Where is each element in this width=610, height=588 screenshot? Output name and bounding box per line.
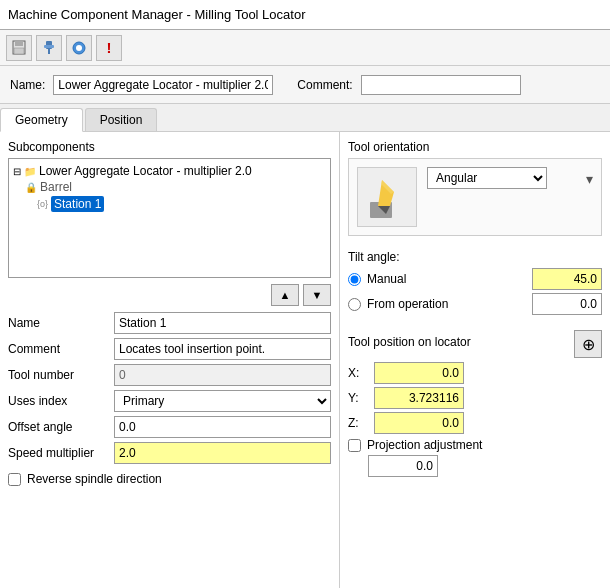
station-icon: {o}: [37, 199, 48, 209]
tool-orientation-section: Tool orientation: [348, 140, 602, 242]
reverse-spindle-row: Reverse spindle direction: [8, 472, 331, 486]
manual-tilt-input[interactable]: [532, 268, 602, 290]
component-button[interactable]: [66, 35, 92, 61]
speed-multiplier-input[interactable]: [114, 442, 331, 464]
save-button[interactable]: [6, 35, 32, 61]
tool-position-section: Tool position on locator ⊕ X: Y: Z: Proj…: [348, 330, 602, 477]
toolbar: !: [0, 30, 610, 66]
svg-point-7: [76, 45, 82, 51]
from-operation-radio-row: From operation: [348, 293, 602, 315]
orientation-select[interactable]: Angular Horizontal Vertical: [427, 167, 547, 189]
z-row: Z:: [348, 412, 602, 434]
tab-geometry[interactable]: Geometry: [0, 108, 83, 132]
tool-orientation-label: Tool orientation: [348, 140, 602, 154]
z-label: Z:: [348, 416, 368, 430]
station-name-input[interactable]: [114, 312, 331, 334]
tree-item-station1[interactable]: {o} Station 1: [13, 195, 326, 213]
name-row: Name: Comment:: [0, 66, 610, 104]
tool-visual: [357, 167, 417, 227]
manual-radio-label: Manual: [367, 272, 526, 286]
title-text: Machine Component Manager - Milling Tool…: [8, 7, 305, 22]
tree-buttons: ▲ ▼: [8, 284, 331, 306]
name-label: Name:: [10, 78, 45, 92]
svg-rect-2: [14, 48, 24, 54]
tree-item-root[interactable]: ⊟ 📁 Lower Aggregate Locator - multiplier…: [13, 163, 326, 179]
move-up-button[interactable]: ▲: [271, 284, 299, 306]
x-label: X:: [348, 366, 368, 380]
tree-label-root: Lower Aggregate Locator - multiplier 2.0: [39, 164, 252, 178]
field-label-name: Name: [8, 316, 108, 330]
reverse-spindle-label: Reverse spindle direction: [27, 472, 162, 486]
station-comment-input[interactable]: [114, 338, 331, 360]
orientation-right: Angular Horizontal Vertical: [427, 167, 576, 189]
projection-row: Projection adjustment: [348, 438, 602, 452]
tool-orientation-box: Angular Horizontal Vertical ▾: [348, 158, 602, 236]
expand-icon: ⊟: [13, 166, 21, 177]
tree-item-barrel[interactable]: 🔒 Barrel: [13, 179, 326, 195]
field-label-comment: Comment: [8, 342, 108, 356]
svg-rect-5: [44, 45, 54, 48]
x-input[interactable]: [374, 362, 464, 384]
scroll-down-icon[interactable]: ▾: [586, 171, 593, 187]
tree-label-station1: Station 1: [51, 196, 104, 212]
lock-icon: 🔒: [25, 182, 37, 193]
field-label-speedmultiplier: Speed multiplier: [8, 446, 108, 460]
z-input[interactable]: [374, 412, 464, 434]
from-operation-radio[interactable]: [348, 298, 361, 311]
tool-position-label: Tool position on locator: [348, 335, 471, 349]
comment-input[interactable]: [361, 75, 521, 95]
projection-value-row: [348, 455, 602, 477]
move-down-button[interactable]: ▼: [303, 284, 331, 306]
projection-checkbox[interactable]: [348, 439, 361, 452]
x-row: X:: [348, 362, 602, 384]
field-label-usesindex: Uses index: [8, 394, 108, 408]
title-bar: Machine Component Manager - Milling Tool…: [0, 0, 610, 30]
tilt-angle-section: Tilt angle: Manual From operation: [348, 250, 602, 318]
svg-rect-1: [15, 41, 23, 46]
offset-angle-input[interactable]: [114, 416, 331, 438]
right-panel: Tool orientation: [340, 132, 610, 588]
from-operation-tilt-input[interactable]: [532, 293, 602, 315]
y-row: Y:: [348, 387, 602, 409]
tree-label-barrel: Barrel: [40, 180, 72, 194]
tilt-angle-label: Tilt angle:: [348, 250, 602, 264]
uses-index-select[interactable]: Primary Secondary: [114, 390, 331, 412]
manual-radio-row: Manual: [348, 268, 602, 290]
subcomponents-label: Subcomponents: [8, 140, 331, 154]
projection-input[interactable]: [368, 455, 438, 477]
main-content: Subcomponents ⊟ 📁 Lower Aggregate Locato…: [0, 132, 610, 588]
pin-button[interactable]: [36, 35, 62, 61]
field-label-toolnumber: Tool number: [8, 368, 108, 382]
from-operation-radio-label: From operation: [367, 297, 526, 311]
projection-label: Projection adjustment: [367, 438, 482, 452]
folder-icon: 📁: [24, 166, 36, 177]
comment-label: Comment:: [297, 78, 352, 92]
tab-position[interactable]: Position: [85, 108, 158, 131]
left-panel: Subcomponents ⊟ 📁 Lower Aggregate Locato…: [0, 132, 340, 588]
crosshair-button[interactable]: ⊕: [574, 330, 602, 358]
y-input[interactable]: [374, 387, 464, 409]
y-label: Y:: [348, 391, 368, 405]
field-label-offsetangle: Offset angle: [8, 420, 108, 434]
tool-number-input: [114, 364, 331, 386]
tree-container[interactable]: ⊟ 📁 Lower Aggregate Locator - multiplier…: [8, 158, 331, 278]
tool-position-header: Tool position on locator ⊕: [348, 330, 602, 358]
name-input[interactable]: [53, 75, 273, 95]
reverse-spindle-checkbox[interactable]: [8, 473, 21, 486]
tabs: Geometry Position: [0, 104, 610, 132]
warning-button[interactable]: !: [96, 35, 122, 61]
form-grid: Name Comment Tool number Uses index Prim…: [8, 312, 331, 464]
svg-rect-4: [48, 49, 50, 54]
manual-radio[interactable]: [348, 273, 361, 286]
